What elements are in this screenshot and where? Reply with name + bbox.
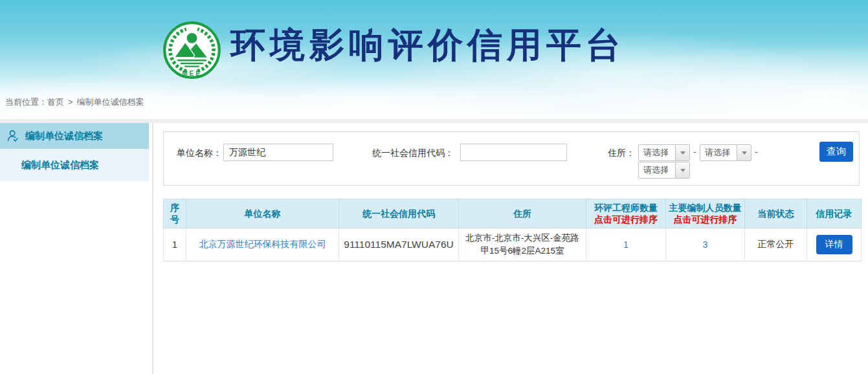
address-province-select[interactable]: 请选择 — [638, 144, 690, 161]
results-table: 序号 单位名称 统一社会信用代码 住所 环评工程师数量 点击可进行排序 主要编制… — [163, 199, 862, 261]
col-header-engineer-count-sort[interactable]: 环评工程师数量 点击可进行排序 — [586, 199, 666, 228]
query-button[interactable]: 查询 — [819, 142, 853, 162]
cell-company: 北京万源世纪环保科技有限公司 — [186, 228, 339, 261]
cell-status: 正常公开 — [745, 228, 807, 261]
credit-code-input[interactable] — [460, 144, 567, 161]
cell-credit-code: 91110115MA7LWUA76U — [339, 228, 459, 261]
address-label: 住所： — [608, 148, 635, 159]
col-header-staff-count-sort[interactable]: 主要编制人员数量 点击可进行排序 — [666, 199, 745, 228]
credit-code-label: 统一社会信用代码： — [372, 148, 454, 159]
company-link[interactable]: 北京万源世纪环保科技有限公司 — [199, 239, 326, 249]
sort-hint: 点击可进行排序 — [589, 214, 663, 225]
breadcrumb-prefix: 当前位置： — [5, 97, 47, 107]
col-header-status: 当前状态 — [745, 199, 807, 228]
col-header-credit-code: 统一社会信用代码 — [339, 199, 459, 228]
select-value: 请选择 — [639, 164, 675, 176]
table-header-row: 序号 单位名称 统一社会信用代码 住所 环评工程师数量 点击可进行排序 主要编制… — [164, 199, 862, 228]
detail-button[interactable]: 详情 — [816, 235, 852, 254]
cell-address: 北京市-北京市-大兴区-金苑路甲15号6幢2层A215室 — [459, 228, 586, 261]
sort-hint: 点击可进行排序 — [669, 214, 742, 225]
select-value: 请选择 — [700, 147, 737, 159]
table-row: 1 北京万源世纪环保科技有限公司 91110115MA7LWUA76U 北京市-… — [164, 228, 862, 261]
address-district-select[interactable]: 请选择 — [638, 162, 690, 179]
unit-name-input[interactable] — [223, 144, 333, 161]
chevron-down-icon[interactable] — [737, 145, 751, 160]
breadcrumb: 当前位置：首页>编制单位诚信档案 — [5, 96, 144, 108]
select-value: 请选择 — [639, 147, 675, 159]
page-title: 环境影响评价信用平台 — [230, 22, 625, 69]
unit-name-label: 单位名称： — [177, 148, 222, 159]
col-header-index: 序号 — [164, 199, 186, 228]
address-city-select[interactable]: 请选择 — [700, 144, 751, 161]
sidebar-item-unit-credit-archive[interactable]: 编制单位诚信档案 — [0, 123, 149, 149]
cell-engineer-count: 1 — [586, 228, 666, 261]
breadcrumb-home-link[interactable]: 首页 — [47, 97, 64, 107]
person-check-icon — [6, 129, 20, 143]
sidebar-subitem-label: 编制单位诚信档案 — [21, 159, 99, 171]
cell-credit-record: 详情 — [807, 228, 862, 261]
breadcrumb-current: 编制单位诚信档案 — [77, 97, 144, 107]
chevron-down-icon[interactable] — [675, 145, 689, 160]
mee-logo-icon: MEE — [162, 20, 222, 80]
col-header-company: 单位名称 — [186, 199, 339, 228]
sidebar-item-label: 编制单位诚信档案 — [25, 130, 103, 142]
engineer-count-link[interactable]: 1 — [623, 239, 629, 250]
staff-count-link[interactable]: 3 — [703, 239, 708, 250]
cell-index: 1 — [164, 228, 186, 261]
cell-staff-count: 3 — [666, 228, 745, 261]
col-header-credit-record: 信用记录 — [807, 199, 862, 228]
sidebar: 编制单位诚信档案 编制单位诚信档案 — [0, 123, 149, 374]
sidebar-subitem-unit-credit-archive[interactable]: 编制单位诚信档案 — [0, 149, 149, 181]
address-dash-1: - — [693, 147, 696, 157]
breadcrumb-separator: > — [68, 97, 73, 107]
chevron-down-icon[interactable] — [675, 162, 689, 178]
address-dash-2: - — [755, 147, 758, 157]
col-header-address: 住所 — [459, 199, 586, 228]
sidebar-divider — [152, 123, 153, 374]
logo-text: MEE — [182, 70, 202, 77]
search-panel: 单位名称： 统一社会信用代码： 住所： 请选择 - 请选择 - 请选择 查询 — [163, 131, 860, 186]
